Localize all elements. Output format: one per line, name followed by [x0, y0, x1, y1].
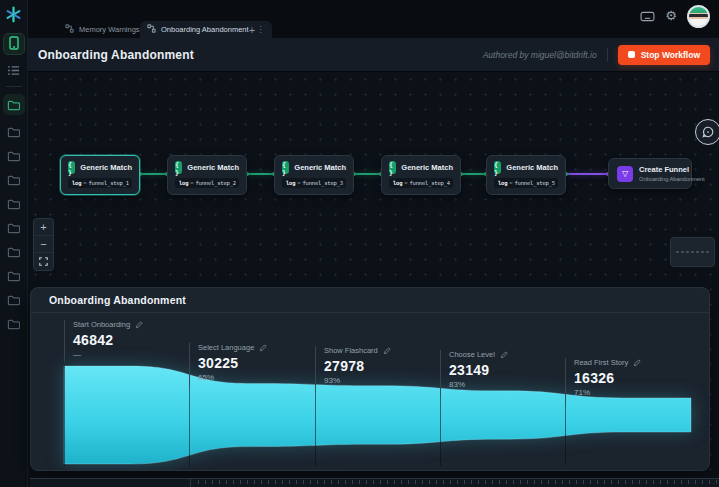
edit-step-button[interactable] [500, 351, 508, 359]
user-avatar[interactable] [687, 5, 710, 28]
funnel-step-stat: Read First Story 16326 71% [565, 358, 641, 397]
pencil-icon [259, 344, 267, 352]
funnel-panel-header: Onboarding Abandonment [31, 288, 709, 313]
phone-icon [8, 36, 20, 53]
step-value: 16326 [574, 370, 641, 386]
list-icon [7, 64, 20, 79]
folder-icon[interactable] [3, 169, 25, 190]
node-generic-match-5[interactable]: { } Generic Match log=funnel_step_5 [486, 155, 566, 195]
ruler-ticks [198, 480, 717, 484]
pencil-icon [500, 351, 508, 359]
edge-2-3 [247, 173, 274, 175]
device-sessions-button[interactable] [3, 33, 25, 55]
braces-icon: { } [175, 161, 182, 174]
tab-bar: Memory Warnings Onboarding Abandonment ⋮… [28, 0, 719, 38]
ruler-divider [190, 479, 191, 487]
folder-list [3, 115, 25, 334]
node-generic-match-2[interactable]: { } Generic Match log=funnel_step_2 [167, 155, 247, 195]
node-condition: log=funnel_step_2 [175, 178, 239, 188]
step-conversion: 71% [574, 388, 641, 397]
authored-by-text: Authored by miguel@bitdrift.io [483, 50, 597, 60]
chat-assistant-button[interactable] [695, 119, 719, 145]
funnel-step-stat: Choose Level 23149 83% [440, 350, 508, 389]
node-condition: log=funnel_step_5 [494, 178, 558, 188]
workflow-title: Onboarding Abandonment [38, 48, 194, 62]
step-value: 30225 [198, 355, 267, 371]
step-conversion: — [73, 350, 143, 359]
command-bar-button[interactable] [640, 10, 655, 25]
pencil-icon [135, 321, 143, 329]
node-condition: log=funnel_step_4 [389, 178, 453, 188]
step-label: Show Flashcard [324, 346, 378, 355]
zoom-controls: + − [33, 218, 54, 271]
fit-view-button[interactable] [34, 253, 53, 270]
folder-icon[interactable] [3, 289, 25, 310]
node-generic-match-3[interactable]: { } Generic Match log=funnel_step_3 [274, 155, 354, 195]
node-generic-match-4[interactable]: { } Generic Match log=funnel_step_4 [381, 155, 461, 195]
funnel-step-stat: Select Language 30225 65% [189, 343, 267, 382]
tab-label: Onboarding Abandonment [161, 25, 249, 34]
settings-gear-icon[interactable]: ⚙ [665, 9, 677, 22]
folder-icon[interactable] [3, 217, 25, 238]
sidebar [0, 0, 28, 487]
zoom-in-button[interactable]: + [34, 219, 53, 236]
node-create-funnel[interactable]: ▽ Create Funnel Onboarding Abandonment [608, 158, 692, 189]
pencil-icon [383, 347, 391, 355]
edit-step-button[interactable] [633, 359, 641, 367]
folder-icon[interactable] [3, 265, 25, 286]
minimap[interactable] [670, 237, 715, 267]
funnel-icon: ▽ [617, 166, 633, 182]
sidebar-divider [6, 86, 22, 87]
workflow-icon [65, 24, 74, 35]
step-label: Select Language [198, 343, 254, 352]
braces-icon: { } [494, 161, 501, 174]
edit-step-button[interactable] [259, 344, 267, 352]
chat-bubble-icon [702, 126, 714, 138]
app-window: Memory Warnings Onboarding Abandonment ⋮… [0, 0, 719, 487]
node-title: Generic Match [401, 163, 453, 172]
step-label: Start Onboarding [73, 320, 130, 329]
node-generic-match-1[interactable]: { } Generic Match log=funnel_step_1 [60, 155, 140, 195]
braces-icon: { } [389, 161, 396, 174]
step-conversion: 83% [449, 380, 508, 389]
timeline-ruler [30, 478, 719, 487]
node-title: Generic Match [506, 163, 558, 172]
step-label: Choose Level [449, 350, 495, 359]
edit-step-button[interactable] [135, 321, 143, 329]
step-value: 23149 [449, 362, 508, 378]
stop-workflow-button[interactable]: Stop Workflow [618, 45, 710, 65]
zoom-out-button[interactable]: − [34, 236, 53, 253]
funnel-panel-title: Onboarding Abandonment [49, 294, 186, 306]
step-conversion: 93% [324, 376, 391, 385]
node-title: Create Funnel [639, 165, 704, 174]
funnel-step-stat: Show Flashcard 27978 93% [315, 346, 391, 385]
bitdrift-logo-icon[interactable] [5, 5, 23, 23]
braces-icon: { } [282, 161, 289, 174]
stop-icon [628, 51, 635, 58]
log-list-button[interactable] [3, 61, 25, 81]
node-condition: log=funnel_step_3 [282, 178, 346, 188]
node-title: Generic Match [80, 163, 132, 172]
folder-icon[interactable] [3, 193, 25, 214]
new-tab-button[interactable]: + [245, 23, 259, 37]
braces-icon: { } [68, 161, 75, 174]
folder-icon-active[interactable] [3, 94, 25, 115]
folder-icon[interactable] [3, 313, 25, 334]
pencil-icon [633, 359, 641, 367]
step-value: 27978 [324, 358, 391, 374]
edge-4-5 [461, 173, 486, 175]
folder-icon[interactable] [3, 145, 25, 166]
folder-icon[interactable] [3, 121, 25, 142]
workflow-icon [147, 24, 156, 35]
step-conversion: 65% [198, 373, 267, 382]
workflow-header: Onboarding Abandonment Authored by migue… [28, 38, 719, 72]
edge-1-2 [140, 173, 167, 175]
funnel-panel: Onboarding Abandonment Start Onboarding … [30, 287, 710, 471]
header-separator [607, 48, 608, 62]
node-title: Generic Match [187, 163, 239, 172]
edge-3-4 [354, 173, 381, 175]
tab-memory-warnings[interactable]: Memory Warnings [58, 21, 147, 38]
edge-5-funnel [566, 173, 608, 175]
folder-icon[interactable] [3, 241, 25, 262]
edit-step-button[interactable] [383, 347, 391, 355]
